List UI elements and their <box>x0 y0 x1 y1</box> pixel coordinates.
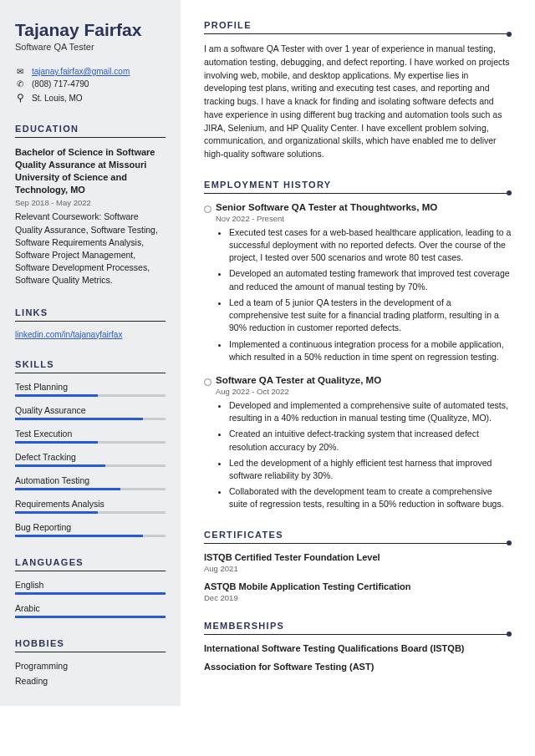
job-bullet: Developed an automated testing framework… <box>229 267 512 292</box>
certificate-title: ASTQB Mobile Application Testing Certifi… <box>204 581 512 591</box>
job-bullet: Led a team of 5 junior QA testers in the… <box>229 297 512 335</box>
contact-location-row: ⚲ St. Louis, MO <box>15 92 166 104</box>
job-bullet: Developed and implemented a comprehensiv… <box>229 399 512 424</box>
job-bullets: Developed and implemented a comprehensiv… <box>216 399 512 511</box>
language-item: Arabic <box>15 603 166 618</box>
hobby-item: Programming <box>15 661 166 671</box>
skill-bar <box>15 488 166 490</box>
phone-icon: ✆ <box>15 79 25 89</box>
job-dates: Nov 2022 - Present <box>216 214 512 223</box>
job-bullets: Executed test cases for a web-based heal… <box>216 226 512 363</box>
links-heading: LINKS <box>15 307 166 317</box>
skill-label: Automation Testing <box>15 475 166 485</box>
job-bullet: Executed test cases for a web-based heal… <box>229 226 512 265</box>
certificate-date: Dec 2019 <box>204 593 512 602</box>
skill-item: Requirements Analysis <box>15 499 166 514</box>
skill-label: Test Execution <box>15 429 166 439</box>
skill-label: Test Planning <box>15 382 166 392</box>
job-bullet: Collaborated with the development team t… <box>229 485 512 510</box>
skill-label: Requirements Analysis <box>15 499 166 509</box>
skill-bar <box>15 394 166 397</box>
phone-text: (808) 717-4790 <box>32 79 89 89</box>
job-title: Software QA Tester at Qualityze, MO <box>216 375 512 385</box>
divider <box>204 634 512 635</box>
certificates-heading: CERTIFICATES <box>204 530 512 540</box>
skill-item: Automation Testing <box>15 475 166 490</box>
skill-label: Quality Assurance <box>15 405 166 415</box>
job-title: Senior Software QA Tester at Thoughtwork… <box>216 202 512 212</box>
hobby-item: Reading <box>15 676 166 686</box>
skill-label: Bug Reporting <box>15 522 166 532</box>
education-dates: Sep 2018 - May 2022 <box>15 198 166 207</box>
job-bullet: Created an intuitive defect-tracking sys… <box>229 428 512 453</box>
divider <box>204 193 512 194</box>
profile-heading: PROFILE <box>204 20 512 30</box>
divider <box>204 33 512 34</box>
divider <box>15 652 166 652</box>
certificate-entry: ASTQB Mobile Application Testing Certifi… <box>204 581 512 602</box>
skill-bar <box>15 511 166 514</box>
languages-heading: LANGUAGES <box>15 557 166 567</box>
skill-item: Defect Tracking <box>15 452 166 467</box>
location-icon: ⚲ <box>15 92 25 104</box>
skill-bar <box>15 418 166 420</box>
profile-text: I am a software QA Tester with over 1 ye… <box>204 43 512 161</box>
email-icon: ✉ <box>15 67 25 76</box>
education-coursework: Relevant Coursework: Software Quality As… <box>15 211 166 287</box>
sidebar: Tajanay Fairfax Software QA Tester ✉ taj… <box>0 0 181 706</box>
skill-bar <box>15 464 166 467</box>
job-title-label: Software QA Tester <box>15 42 166 52</box>
divider <box>15 373 166 373</box>
job-bullet: Implemented a continuous integration pro… <box>229 338 512 363</box>
divider <box>15 321 166 322</box>
skill-bar <box>15 535 166 537</box>
certificate-date: Aug 2021 <box>204 564 512 573</box>
language-bar <box>15 616 166 618</box>
divider <box>204 543 512 544</box>
job-entry: Software QA Tester at Qualityze, MOAug 2… <box>204 375 512 511</box>
email-link[interactable]: tajanay.fairfax@gmail.com <box>32 67 130 76</box>
main-content: PROFILE I am a software QA Tester with o… <box>181 0 535 706</box>
job-dates: Aug 2022 - Oct 2022 <box>216 387 512 396</box>
language-label: Arabic <box>15 603 166 613</box>
skill-item: Bug Reporting <box>15 522 166 537</box>
certificate-title: ISTQB Certified Tester Foundation Level <box>204 552 512 562</box>
memberships-heading: MEMBERSHIPS <box>204 621 512 631</box>
language-bar <box>15 592 166 595</box>
hobbies-heading: HOBBIES <box>15 638 166 648</box>
contact-email-row: ✉ tajanay.fairfax@gmail.com <box>15 67 166 76</box>
skill-label: Defect Tracking <box>15 452 166 462</box>
job-bullet: Led the development of a highly efficien… <box>229 457 512 482</box>
education-degree: Bachelor of Science in Software Quality … <box>15 146 166 195</box>
certificate-entry: ISTQB Certified Tester Foundation LevelA… <box>204 552 512 573</box>
location-text: St. Louis, MO <box>32 94 83 103</box>
skill-bar <box>15 441 166 444</box>
divider <box>15 571 166 571</box>
skill-item: Test Planning <box>15 382 166 397</box>
language-item: English <box>15 580 166 595</box>
skills-heading: SKILLS <box>15 359 166 369</box>
membership-entry: Association for Software Testing (AST) <box>204 662 512 672</box>
linkedin-link-row: linkedin.com/in/tajanayfairfax <box>15 330 166 339</box>
divider <box>15 137 166 138</box>
contact-phone-row: ✆ (808) 717-4790 <box>15 79 166 89</box>
education-heading: EDUCATION <box>15 124 166 134</box>
language-label: English <box>15 580 166 590</box>
linkedin-link[interactable]: linkedin.com/in/tajanayfairfax <box>15 330 122 339</box>
name: Tajanay Fairfax <box>15 20 166 40</box>
skill-item: Quality Assurance <box>15 405 166 420</box>
employment-heading: EMPLOYMENT HISTORY <box>204 180 512 190</box>
membership-entry: International Software Testing Qualifica… <box>204 643 512 653</box>
skill-item: Test Execution <box>15 429 166 444</box>
job-entry: Senior Software QA Tester at Thoughtwork… <box>204 202 512 363</box>
